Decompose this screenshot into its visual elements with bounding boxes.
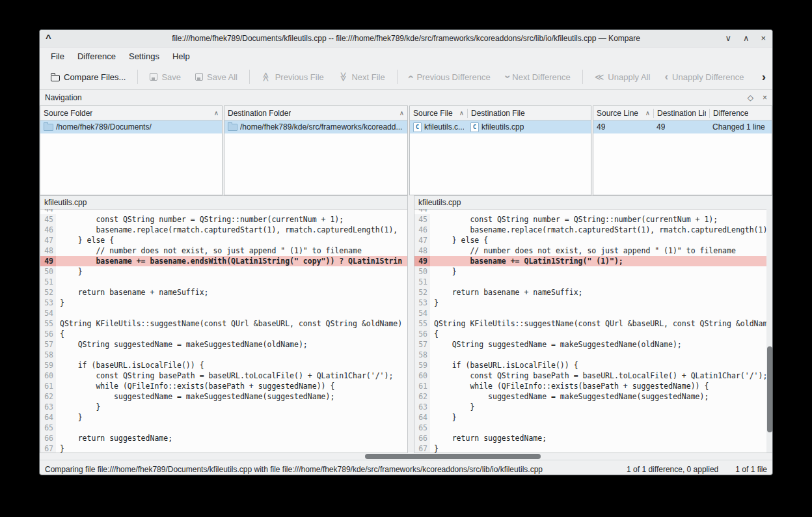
folder-icon bbox=[228, 124, 237, 131]
source-folder-row[interactable]: /home/fhek789/Documents/ bbox=[40, 120, 222, 133]
line-number: 67 bbox=[40, 443, 56, 453]
statusbar: Comparing file file:///home/fhek789/Docu… bbox=[40, 460, 772, 475]
code-line-destination-59: 59 if (baseURL.isLocalFile()) { bbox=[414, 360, 773, 370]
source-file-title: kfileutils.cpp bbox=[40, 196, 407, 210]
titlebar[interactable]: ^ file:///home/fhek789/Documents/kfileut… bbox=[40, 30, 772, 48]
code-line-source-64: 64 } bbox=[40, 412, 407, 423]
line-number: 46 bbox=[40, 225, 56, 235]
destination-code-view[interactable]: 44 const int currentNum = rmatch.capture… bbox=[414, 209, 773, 453]
previous-difference-button[interactable]: ‹Previous Difference bbox=[403, 69, 496, 85]
cpp-file-icon bbox=[470, 122, 479, 132]
code-text: return basename + nameSuffix; bbox=[430, 287, 582, 298]
code-line-source-57: 57 QString suggestedName = makeSuggested… bbox=[40, 339, 407, 350]
files-row[interactable]: kfileutils.c... kfileutils.cpp bbox=[410, 120, 591, 133]
menu-help[interactable]: Help bbox=[167, 49, 196, 63]
line-number: 63 bbox=[414, 402, 430, 412]
source-folder-header[interactable]: Source Folder ∧ bbox=[40, 106, 222, 120]
code-text: while (QFileInfo::exists(basePath + sugg… bbox=[56, 381, 334, 391]
destination-folder-header[interactable]: Destination Folder ∧ bbox=[224, 106, 407, 120]
toolbar-button-label: Previous Difference bbox=[416, 72, 490, 82]
code-line-source-49[interactable]: 49 basename += basename.endsWith(QLatin1… bbox=[40, 256, 407, 266]
code-line-destination-45: 45 const QString number = QString::numbe… bbox=[414, 214, 773, 225]
line-number: 58 bbox=[414, 350, 430, 360]
difference-row[interactable]: 49 49 Changed 1 line bbox=[593, 120, 772, 133]
kompare-window: ^ file:///home/fhek789/Documents/kfileut… bbox=[39, 29, 773, 475]
code-line-destination-62: 62 suggestedName = makeSuggestedName(sug… bbox=[414, 391, 773, 402]
unapply-difference-button[interactable]: ‹Unapply Difference bbox=[658, 69, 750, 85]
dock-close-icon[interactable]: × bbox=[763, 93, 767, 102]
line-number: 53 bbox=[40, 298, 56, 308]
code-line-destination-49[interactable]: 49 basename += QLatin1String(" (1)"); bbox=[414, 256, 773, 266]
menu-settings[interactable]: Settings bbox=[123, 49, 165, 63]
code-text: if (baseURL.isLocalFile()) { bbox=[430, 360, 578, 370]
code-text: basename += basename.endsWith(QLatin1Str… bbox=[56, 256, 402, 266]
horizontal-scrollbar-thumb[interactable] bbox=[365, 454, 541, 459]
line-number: 65 bbox=[40, 423, 56, 433]
code-text: } else { bbox=[430, 235, 488, 245]
dock-float-icon[interactable]: ◇ bbox=[748, 93, 753, 102]
destination-folder-row[interactable]: /home/fhek789/kde/src/frameworks/kcoread… bbox=[224, 120, 407, 133]
code-text: } bbox=[56, 412, 83, 423]
line-number: 54 bbox=[40, 308, 56, 318]
toolbar-button-label: Save All bbox=[207, 72, 237, 82]
source-folder-path: /home/fhek789/Documents/ bbox=[56, 122, 152, 132]
code-line-destination-64: 64 } bbox=[414, 412, 773, 423]
previous-file-button[interactable]: ≪Previous File bbox=[256, 69, 330, 85]
code-text: } bbox=[430, 298, 439, 308]
code-line-source-61: 61 while (QFileInfo::exists(basePath + s… bbox=[40, 381, 407, 391]
menu-file[interactable]: File bbox=[45, 49, 70, 63]
vertical-scrollbar-thumb[interactable] bbox=[767, 346, 772, 432]
code-line-destination-50: 50 } bbox=[414, 266, 773, 277]
code-text: const QString number = QString::number(c… bbox=[430, 214, 718, 225]
line-number: 51 bbox=[40, 277, 56, 287]
files-header[interactable]: Source File ∧ Destination File bbox=[410, 106, 591, 120]
line-number: 66 bbox=[40, 433, 56, 443]
menu-difference[interactable]: Difference bbox=[72, 49, 122, 63]
toolbar-separator bbox=[397, 70, 398, 84]
next-file-icon: ≪ bbox=[338, 72, 347, 82]
line-number: 54 bbox=[414, 308, 430, 318]
close-button[interactable]: × bbox=[761, 30, 766, 47]
source-folder-pane: Source Folder ∧ /home/fhek789/Documents/ bbox=[40, 105, 223, 195]
save-all-button[interactable]: Save All bbox=[189, 69, 243, 85]
code-text: return suggestedName; bbox=[56, 433, 172, 443]
code-text: const QString basePath = baseURL.toLocal… bbox=[56, 370, 393, 381]
code-text bbox=[430, 423, 434, 433]
source-file-name: kfileutils.c... bbox=[424, 122, 464, 132]
line-number: 50 bbox=[414, 266, 430, 277]
save-button[interactable]: Save bbox=[144, 69, 187, 85]
toolbar-button-label: Unapply All bbox=[608, 72, 650, 82]
horizontal-scrollbar[interactable] bbox=[40, 453, 772, 460]
line-number: 58 bbox=[40, 350, 56, 360]
vertical-scrollbar[interactable] bbox=[766, 209, 773, 453]
line-number: 53 bbox=[414, 298, 430, 308]
maximize-button[interactable]: ∧ bbox=[743, 30, 750, 47]
code-text: const QString basePath = baseURL.toLocal… bbox=[430, 370, 767, 381]
compare-files-button[interactable]: Compare Files... bbox=[45, 69, 131, 85]
source-code-view[interactable]: 44 const int currentNum = rmatch.capture… bbox=[40, 209, 407, 453]
save-icon bbox=[150, 73, 157, 81]
code-line-source-67: 67} bbox=[40, 443, 407, 453]
code-text: } bbox=[56, 443, 64, 453]
kompare-app-icon: ^ bbox=[46, 35, 51, 42]
code-line-destination-51: 51 bbox=[414, 277, 773, 287]
toolbar-button-label: Compare Files... bbox=[64, 72, 126, 82]
code-text: } bbox=[430, 402, 474, 412]
code-line-destination-47: 47 } else { bbox=[414, 235, 773, 245]
toolbar-separator bbox=[249, 70, 250, 84]
code-line-source-45: 45 const QString number = QString::numbe… bbox=[40, 214, 407, 225]
code-text bbox=[430, 277, 434, 287]
folder-icon bbox=[44, 124, 53, 131]
unapply-all-button[interactable]: ≪Unapply All bbox=[589, 69, 656, 85]
next-difference-button[interactable]: ‹Next Difference bbox=[499, 69, 576, 85]
toolbar-overflow-icon[interactable]: › bbox=[761, 70, 767, 84]
minimize-button[interactable]: ∨ bbox=[725, 30, 731, 47]
line-number: 45 bbox=[40, 214, 56, 225]
code-line-source-56: 56{ bbox=[40, 329, 407, 339]
line-number: 60 bbox=[414, 370, 430, 381]
lines-header[interactable]: Source Line ∧ Destination Lir Difference bbox=[593, 106, 772, 120]
line-number: 47 bbox=[414, 235, 430, 245]
line-number: 47 bbox=[40, 235, 56, 245]
next-file-button[interactable]: ≪Next File bbox=[332, 69, 391, 85]
code-text: // number does not exist, so just append… bbox=[56, 245, 362, 256]
